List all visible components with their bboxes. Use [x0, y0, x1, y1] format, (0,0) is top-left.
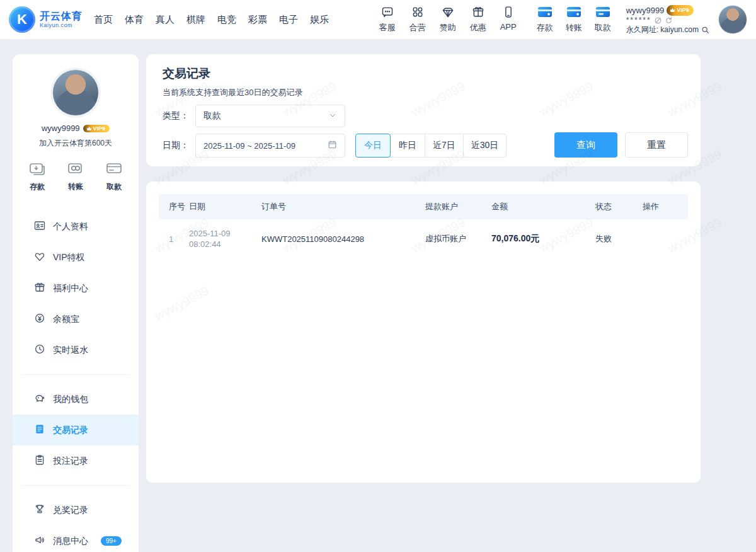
service-label: 客服	[379, 22, 396, 33]
brand-logo[interactable]: K 开云体育 Kaiyun.com	[9, 6, 83, 33]
date-range-value: 2025-11-09 ~ 2025-11-09	[203, 141, 295, 151]
sidebar-item-bets[interactable]: 投注记录	[13, 446, 139, 476]
service-promo[interactable]: 优惠	[467, 6, 489, 33]
transaction-record-icon	[34, 423, 45, 437]
sidebar-item-messages[interactable]: 消息中心 99+	[13, 526, 139, 552]
menu-label: 兑奖记录	[53, 505, 88, 516]
sidebar-item-transactions[interactable]: 交易记录	[13, 415, 139, 446]
sidebar-vip-level: VIP9	[93, 125, 106, 132]
sidebar: wywy9999 VIP9 加入开云体育第600天 存款 转账	[13, 54, 139, 552]
sidebar-withdraw[interactable]: 取款	[106, 161, 122, 192]
filter-card: 交易记录 当前系统支持查询最近30日的交易记录 类型： 取款 日期： 2025-…	[146, 54, 701, 166]
search-icon[interactable]	[701, 26, 709, 34]
nav-lottery[interactable]: 彩票	[248, 14, 267, 26]
deposit-outline-icon	[29, 161, 45, 178]
kaiyun-logo-icon: K	[9, 6, 35, 33]
logo-letter: K	[17, 11, 27, 28]
trophy-icon	[34, 503, 45, 517]
nav-slots[interactable]: 电子	[279, 14, 298, 26]
calendar-icon	[328, 140, 337, 151]
table-row[interactable]: 1 2025-11-09 08:02:44 KWWT20251109080244…	[159, 219, 688, 258]
type-label: 类型：	[163, 110, 195, 122]
message-count-badge: 99+	[101, 536, 122, 546]
clipboard-list-icon	[34, 454, 45, 468]
type-value: 取款	[203, 110, 221, 122]
search-button[interactable]: 查询	[554, 132, 617, 158]
range-30days-button[interactable]: 近30日	[463, 134, 507, 158]
quick-action-label: 转账	[68, 181, 83, 192]
col-index: 序号	[159, 201, 189, 212]
user-info: wywy9999 VIP9 ****** 永久网址: kaiyun.com	[626, 5, 709, 35]
sidebar-item-vip[interactable]: VIP特权	[13, 242, 139, 273]
nav-live[interactable]: 真人	[156, 14, 175, 26]
records-table-card: 序号 日期 订单号 提款账户 金额 状态 操作 1 2025-11-09 08:…	[146, 181, 701, 483]
range-yesterday-button[interactable]: 昨日	[390, 134, 425, 158]
vip-level: VIP9	[677, 6, 689, 15]
permanent-url: 永久网址: kaiyun.com	[626, 25, 699, 35]
vip-badge: VIP9	[667, 5, 694, 16]
eye-off-icon[interactable]	[654, 16, 662, 25]
date-range-input[interactable]: 2025-11-09 ~ 2025-11-09	[195, 134, 345, 158]
menu-label: 我的钱包	[53, 394, 88, 405]
sidebar-transfer[interactable]: 转账	[67, 161, 84, 192]
service-label: 优惠	[470, 22, 486, 33]
type-select[interactable]: 取款	[195, 105, 345, 127]
date-label: 日期：	[163, 140, 195, 151]
sidebar-deposit[interactable]: 存款	[29, 161, 45, 192]
nav-esports[interactable]: 电竞	[217, 14, 236, 26]
chat-icon	[381, 6, 394, 21]
sidebar-vip-badge: VIP9	[83, 125, 110, 132]
nav-sports[interactable]: 体育	[125, 14, 144, 26]
range-today-button[interactable]: 今日	[355, 134, 391, 158]
row-status: 失败	[595, 233, 643, 244]
service-support[interactable]: 客服	[377, 6, 398, 33]
sidebar-item-wallet[interactable]: 我的钱包	[13, 384, 139, 415]
topbar: K 开云体育 Kaiyun.com 首页 体育 真人 棋牌 电竞 彩票 电子 娱…	[0, 0, 756, 39]
col-amount: 金额	[491, 201, 595, 212]
sidebar-avatar[interactable]	[52, 69, 99, 116]
brand-name: 开云体育	[40, 11, 83, 22]
sidebar-item-prizes[interactable]: 兑奖记录	[13, 495, 139, 526]
range-7days-button[interactable]: 近7日	[425, 134, 464, 158]
topbar-deposit[interactable]: 存款	[534, 6, 556, 33]
col-action: 操作	[643, 201, 688, 212]
topbar-avatar[interactable]	[718, 5, 747, 34]
main-nav: 首页 体育 真人 棋牌 电竞 彩票 电子 娱乐	[94, 14, 329, 26]
piggy-bank-icon	[34, 393, 45, 406]
sidebar-username: wywy9999	[42, 124, 80, 133]
sidebar-item-rebate[interactable]: 实时返水	[13, 335, 139, 365]
deposit-card-icon	[537, 6, 553, 21]
app-root: K 开云体育 Kaiyun.com 首页 体育 真人 棋牌 电竞 彩票 电子 娱…	[0, 0, 756, 552]
service-partnership[interactable]: 合营	[407, 6, 428, 33]
sidebar-item-welfare[interactable]: 福利中心	[13, 273, 139, 304]
sidebar-item-profile[interactable]: 个人资料	[13, 211, 139, 242]
nav-entertainment[interactable]: 娱乐	[310, 14, 329, 26]
wallet-label: 取款	[595, 22, 611, 33]
col-date: 日期	[189, 201, 261, 212]
topbar-transfer[interactable]: 转账	[563, 6, 585, 33]
chevron-down-icon	[328, 111, 337, 122]
withdraw-outline-icon	[106, 161, 122, 178]
topbar-withdraw[interactable]: 取款	[592, 6, 614, 33]
withdraw-card-icon	[595, 6, 610, 21]
nav-home[interactable]: 首页	[94, 14, 113, 26]
row-amount: 70,076.00元	[491, 233, 595, 244]
row-account: 虚拟币账户	[425, 233, 491, 244]
menu-label: VIP特权	[53, 252, 85, 263]
menu-divider	[23, 374, 129, 375]
service-sponsor[interactable]: 赞助	[437, 6, 459, 33]
transfer-outline-icon	[67, 161, 84, 178]
reset-button[interactable]: 重置	[625, 132, 688, 158]
table-header-row: 序号 日期 订单号 提款账户 金额 状态 操作	[159, 194, 688, 219]
nav-chess[interactable]: 棋牌	[186, 14, 205, 26]
menu-label: 消息中心	[53, 536, 88, 547]
sidebar-item-yuebao[interactable]: 余额宝	[13, 304, 139, 335]
service-app[interactable]: APP	[498, 6, 519, 33]
menu-divider	[23, 485, 129, 486]
service-label: 赞助	[440, 22, 456, 33]
service-group: 客服 合营 赞助 优惠	[377, 6, 519, 33]
menu-label: 实时返水	[53, 345, 88, 356]
megaphone-icon	[34, 534, 45, 548]
refresh-icon[interactable]	[665, 16, 673, 25]
sidebar-quick-actions: 存款 转账 取款	[13, 161, 139, 192]
